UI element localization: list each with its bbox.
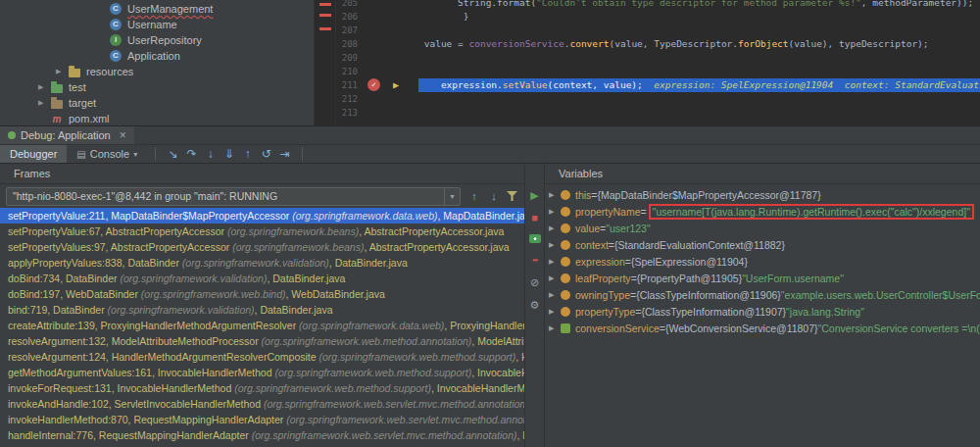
class-icon: C	[110, 50, 122, 62]
stop-icon[interactable]: ■	[531, 212, 538, 224]
code-text[interactable]	[418, 106, 980, 120]
code-text[interactable]: String.format("Couldn't obtain type desc…	[418, 0, 980, 10]
code-text[interactable]	[418, 65, 980, 78]
expand-arrow-icon[interactable]: ▶	[549, 324, 561, 332]
tab-debugger[interactable]: Debugger	[0, 145, 67, 163]
code-text[interactable]: }	[418, 10, 980, 24]
hide-frames-filter-icon[interactable]	[507, 191, 517, 201]
tree-item-label: UserManagement	[127, 3, 213, 15]
variable-row-propertyname[interactable]: ▶propertyName = "username[T(java.lang.Ru…	[545, 203, 980, 220]
code-editor[interactable]: 205 String.format("Couldn't obtain type …	[336, 0, 980, 125]
code-text[interactable]: expression.setValue(context, value); exp…	[418, 78, 980, 92]
expand-arrow-icon[interactable]: ▶	[549, 291, 561, 299]
stack-frame[interactable]: handleInternal:776, RequestMappingHandle…	[0, 427, 524, 443]
stack-frame[interactable]: invokeForRequest:131, InvocableHandlerMe…	[0, 380, 524, 396]
variable-row-owningtype[interactable]: ▶owningType = {ClassTypeInformation@1190…	[545, 286, 980, 303]
chevron-down-icon[interactable]: ▼	[444, 188, 460, 205]
resume-icon[interactable]: ▶	[530, 189, 538, 201]
tab-console[interactable]: ▤ Console ▾	[67, 145, 147, 163]
frame-file: , RequestMappingHandlerAdapter.java	[516, 429, 524, 441]
expand-arrow-icon[interactable]: ▶	[549, 258, 561, 266]
next-frame-icon[interactable]: ↓	[487, 190, 501, 202]
view-breakpoints-icon[interactable]: ●●	[532, 254, 537, 266]
close-icon[interactable]: ×	[120, 128, 126, 142]
previous-frame-icon[interactable]: ↑	[467, 190, 481, 202]
variable-row-leafproperty[interactable]: ▶leafProperty = {PropertyPath@11905} "Us…	[545, 270, 980, 286]
code-text[interactable]: value = conversionService.convert(value,…	[418, 37, 980, 51]
interface-icon: I	[110, 34, 122, 46]
variable-ref-value: {WebConversionService@11807}	[665, 323, 818, 334]
variable-row-conversionservice[interactable]: ▶conversionService = {WebConversionServi…	[545, 320, 980, 336]
debugger-side-toolbar: ▶■●●⊘⚙	[525, 164, 545, 447]
step-over-icon[interactable]: ↷	[182, 147, 201, 161]
mute-breakpoints-icon[interactable]: ⊘	[530, 276, 539, 288]
tree-item-pom-xml[interactable]: mpom.xml	[0, 111, 314, 125]
tree-item-username[interactable]: CUsername	[0, 17, 314, 32]
chevron-right-icon[interactable]: ▶	[56, 68, 69, 75]
error-stripe-mark[interactable]	[319, 3, 331, 6]
expand-arrow-icon[interactable]: ▶	[549, 241, 561, 249]
tree-item-target[interactable]: ▶target	[0, 95, 314, 111]
show-execution-point-icon[interactable]: ↘	[164, 147, 182, 161]
stack-frame[interactable]: createAttribute:139, ProxyingHandlerMeth…	[0, 318, 524, 333]
expand-arrow-icon[interactable]: ▶	[549, 191, 561, 199]
stack-frame[interactable]: applyPropertyValues:838, DataBinder (org…	[0, 255, 524, 271]
tree-item-resources[interactable]: ▶resources	[0, 64, 314, 79]
chevron-right-icon[interactable]: ▶	[38, 99, 51, 107]
stack-frame[interactable]: bind:719, DataBinder (org.springframewor…	[0, 302, 524, 318]
force-step-into-icon[interactable]: ⇓	[220, 147, 238, 161]
variable-row-value[interactable]: ▶value = "user123"	[545, 220, 980, 236]
thread-dump-camera-icon[interactable]	[529, 234, 541, 243]
field-icon	[561, 307, 570, 317]
thread-selector[interactable]: "http-nio-8080-exec-1"@8,442 in group "m…	[6, 187, 461, 206]
stack-frame[interactable]: getMethodArgumentValues:161, InvocableHa…	[0, 365, 524, 380]
variable-row-this[interactable]: ▶this = {MapDataBinder$MapPropertyAccess…	[545, 186, 980, 203]
error-stripe-mark[interactable]	[319, 27, 331, 30]
stack-frame[interactable]: doBind:734, DataBinder (org.springframew…	[0, 271, 524, 286]
variable-ref-value: {ClassTypeInformation@11906}	[636, 289, 781, 301]
payload-highlight-box: "username[T(java.lang.Runtime).getRuntim…	[649, 204, 974, 220]
variable-row-context[interactable]: ▶context = {StandardEvaluationContext@11…	[545, 236, 980, 253]
stack-frame[interactable]: setPropertyValue:211, MapDataBinder$MapP…	[0, 208, 524, 224]
code-text[interactable]	[418, 51, 980, 65]
stack-frame[interactable]: resolveArgument:124, HandlerMethodArgume…	[0, 349, 524, 365]
tree-item-application[interactable]: CApplication	[0, 48, 314, 64]
step-out-icon[interactable]: ↑	[238, 147, 257, 161]
error-stripe-mark[interactable]	[319, 14, 331, 17]
class-icon: C	[110, 19, 122, 30]
settings-gear-icon[interactable]: ⚙	[530, 299, 540, 311]
tree-item-label: Username	[127, 19, 177, 30]
run-to-cursor-icon[interactable]: ⇥	[275, 147, 294, 161]
stack-frame[interactable]: invokeAndHandle:102, ServletInvocableHan…	[0, 396, 524, 412]
expand-arrow-icon[interactable]: ▶	[549, 308, 561, 316]
frame-package: (org.springframework.web.method.support)	[319, 351, 516, 363]
field-icon	[561, 224, 570, 233]
code-text[interactable]	[418, 24, 980, 37]
variable-row-propertytype[interactable]: ▶propertyType = {ClassTypeInformation@11…	[545, 303, 980, 320]
chevron-down-icon[interactable]: ▾	[133, 150, 137, 159]
code-text[interactable]	[418, 92, 980, 106]
breakpoint-icon[interactable]: ✓	[368, 78, 380, 91]
stack-frame[interactable]: setPropertyValue:67, AbstractPropertyAcc…	[0, 224, 524, 239]
console-icon: ▤	[76, 149, 85, 160]
editor-error-stripe[interactable]	[314, 0, 336, 125]
frame-package: (org.springframework.validation)	[182, 257, 329, 269]
debug-tab-application[interactable]: Debug: Application ×	[0, 126, 134, 144]
code-segment: conversionService	[468, 38, 564, 49]
stack-frame[interactable]: invokeHandlerMethod:870, RequestMappingH…	[0, 412, 524, 427]
stack-frame[interactable]: resolveArgument:132, ModelAttributeMetho…	[0, 333, 524, 349]
expand-arrow-icon[interactable]: ▶	[549, 208, 561, 216]
chevron-right-icon[interactable]: ▶	[38, 83, 51, 91]
expand-arrow-icon[interactable]: ▶	[549, 224, 561, 232]
tree-item-test[interactable]: ▶test	[0, 79, 314, 95]
expand-arrow-icon[interactable]: ▶	[549, 274, 561, 282]
tree-item-userrepository[interactable]: IUserRepository	[0, 32, 314, 48]
gutter	[362, 65, 418, 78]
variable-row-expression[interactable]: ▶expression = {SpelExpression@11904}	[545, 253, 980, 270]
stack-frame[interactable]: setPropertyValues:97, AbstractPropertyAc…	[0, 239, 524, 255]
step-into-icon[interactable]: ↓	[201, 147, 220, 161]
stack-frame[interactable]: doBind:197, WebDataBinder (org.springfra…	[0, 286, 524, 302]
drop-frame-icon[interactable]: ↺	[257, 147, 275, 161]
tree-item-usermanagement[interactable]: CUserManagement	[0, 1, 314, 17]
debug-panels: Frames "http-nio-8080-exec-1"@8,442 in g…	[0, 164, 980, 447]
